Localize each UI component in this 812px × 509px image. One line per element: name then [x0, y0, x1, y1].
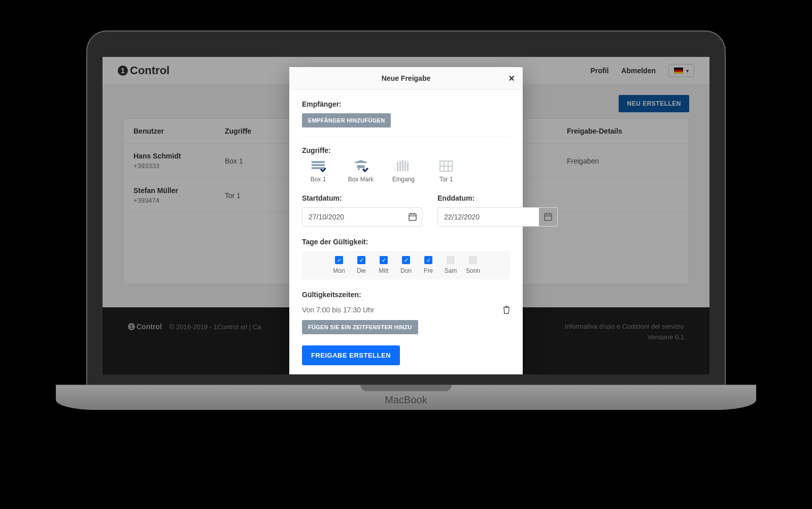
svg-rect-7 — [399, 161, 401, 171]
days-selector: ✓Mon ✓Die ✓Mitt ✓Don ✓Fre Sam Sonn — [302, 251, 510, 279]
day-label: Sam — [445, 267, 457, 274]
time-slot-text: Von 7:00 bis 17:30 Uhr — [302, 306, 374, 314]
svg-rect-19 — [545, 214, 552, 220]
validity-times-label: Gültigkeitszeiten: — [302, 291, 510, 299]
svg-rect-15 — [409, 214, 416, 220]
svg-rect-1 — [312, 164, 325, 166]
day-label: Fre — [424, 267, 433, 274]
start-date-label: Startdatum: — [302, 194, 422, 202]
access-grid: Box 1 Box Mark Eingang — [302, 160, 510, 183]
day-label: Die — [357, 267, 366, 274]
calendar-icon[interactable] — [403, 213, 422, 221]
access-label-text: Box 1 — [311, 176, 326, 183]
calendar-icon[interactable] — [539, 213, 557, 221]
trash-icon[interactable] — [503, 306, 510, 314]
add-recipient-button[interactable]: EMPFÄNGER HINZUFÜGEN — [302, 113, 391, 128]
svg-rect-8 — [402, 160, 403, 171]
access-label-text: Box Mark — [348, 176, 374, 183]
access-label-text: Tor 1 — [439, 176, 453, 183]
svg-point-4 — [358, 168, 360, 170]
day-label: Mitt — [379, 267, 388, 274]
day-tue-checkbox[interactable]: ✓ — [357, 256, 365, 264]
macbook-label: MacBook — [385, 394, 427, 406]
access-tor1[interactable]: Tor 1 — [430, 160, 462, 183]
gate-grid-icon — [438, 160, 454, 173]
day-wed-checkbox[interactable]: ✓ — [380, 256, 388, 264]
validity-days-label: Tage der Gültigkeit: — [302, 238, 510, 246]
day-fri-checkbox[interactable]: ✓ — [424, 256, 432, 264]
day-sun-checkbox[interactable] — [469, 256, 477, 264]
car-garage-icon — [353, 160, 369, 173]
start-date-input[interactable] — [302, 208, 403, 226]
day-label: Mon — [333, 267, 345, 274]
svg-rect-3 — [357, 165, 365, 168]
day-thu-checkbox[interactable]: ✓ — [402, 256, 410, 264]
svg-rect-2 — [312, 167, 325, 169]
modal-title: Neue Freigabe — [382, 74, 430, 82]
access-label-text: Eingang — [392, 176, 415, 183]
end-date-input[interactable] — [438, 208, 539, 226]
svg-rect-10 — [407, 162, 409, 171]
create-share-button[interactable]: FREIGABE ERSTELLEN — [302, 345, 400, 365]
svg-rect-0 — [312, 161, 325, 163]
day-label: Sonn — [466, 267, 480, 274]
recipients-label: Empfänger: — [302, 100, 510, 108]
access-box1[interactable]: Box 1 — [302, 160, 334, 183]
day-label: Don — [400, 267, 412, 274]
svg-rect-9 — [404, 161, 406, 171]
gate-icon — [395, 160, 412, 173]
add-timeslot-button[interactable]: FÜGEN SIE EIN ZEITFENSTER HINZU — [302, 320, 418, 334]
day-sat-checkbox[interactable] — [447, 256, 455, 264]
day-mon-checkbox[interactable]: ✓ — [335, 256, 343, 264]
garage-icon — [310, 160, 326, 173]
access-eingang[interactable]: Eingang — [387, 160, 420, 183]
end-date-label: Enddatum: — [437, 194, 558, 202]
access-label: Zugriffe: — [302, 146, 510, 154]
access-boxmark[interactable]: Box Mark — [345, 160, 377, 183]
close-icon[interactable]: × — [509, 73, 515, 84]
new-share-modal: Neue Freigabe × Empfänger: EMPFÄNGER HIN… — [289, 67, 523, 374]
svg-rect-6 — [397, 162, 398, 171]
